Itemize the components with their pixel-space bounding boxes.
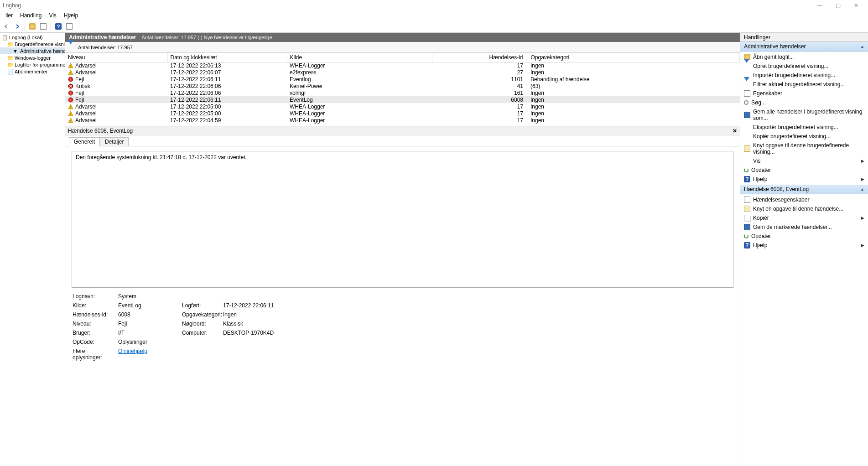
- properties-icon: [744, 197, 750, 203]
- close-button[interactable]: ✕: [847, 0, 865, 11]
- row-level: Fejl: [75, 90, 84, 96]
- prop-logname-v: System: [118, 293, 177, 300]
- action-copy-view-label: Kopiér brugerdefineret visning...: [753, 133, 831, 140]
- action-import-view-label: Importér brugerdefineret visning...: [753, 72, 835, 78]
- prop-source-v: EventLog: [118, 302, 177, 309]
- table-row[interactable]: !Fejl17-12-2022 22:06:11Eventlog1101Beha…: [65, 76, 740, 83]
- collapse-icon: ▲: [860, 44, 864, 49]
- action-event-props[interactable]: Hændelsesegenskaber: [740, 195, 868, 204]
- save-icon: [744, 112, 750, 118]
- menu-filer[interactable]: iler: [2, 11, 16, 20]
- table-row[interactable]: Kritisk17-12-2022 22:06:06Kernel-Power41…: [65, 83, 740, 89]
- table-row[interactable]: !Advarsel17-12-2022 22:06:07e2fexpress27…: [65, 69, 740, 76]
- online-help-link[interactable]: Onlinehjælp: [118, 348, 147, 354]
- titlebar: Logbog — ▢ ✕: [0, 0, 868, 11]
- action-group-2[interactable]: Hændelse 6008, EventLog ▲: [740, 185, 868, 194]
- action-filter-view[interactable]: Filtrer aktuel brugerdefineret visning..…: [740, 80, 868, 89]
- nav-back-button[interactable]: [2, 22, 11, 31]
- action-help-2[interactable]: ?Hjælp▶: [740, 241, 868, 250]
- row-level: Advarsel: [75, 117, 97, 124]
- prop-computer-v: DESKTOP-1970K4D: [223, 330, 291, 336]
- action-group-1-label: Administrative hændelser: [744, 43, 806, 50]
- tree-subs[interactable]: 📄Abonnementer: [0, 68, 65, 75]
- action-group-1[interactable]: Administrative hændelser ▲: [740, 42, 868, 52]
- table-row[interactable]: !Advarsel17-12-2022 22:04:59WHEA-Logger1…: [65, 117, 740, 124]
- tree-app-logs[interactable]: 📁Logfiler for programmer og t: [0, 61, 65, 68]
- event-grid-wrap[interactable]: Niveau Dato og klokkeslæt Kilde Hændelse…: [65, 53, 740, 126]
- col-datetime[interactable]: Dato og klokkeslæt: [167, 53, 287, 62]
- table-row[interactable]: !Advarsel17-12-2022 22:06:13WHEA-Logger1…: [65, 62, 740, 69]
- action-copy[interactable]: Kopiér▶: [740, 213, 868, 223]
- row-task: Behandling af hændelse: [528, 76, 740, 83]
- table-row[interactable]: !Fejl17-12-2022 22:06:11EventLog6008Inge…: [65, 96, 740, 103]
- action-properties[interactable]: Egenskaber: [740, 89, 868, 98]
- col-source[interactable]: Kilde: [287, 53, 432, 62]
- chevron-right-icon: ▶: [861, 177, 864, 181]
- window-title: Logbog: [3, 2, 21, 9]
- action-help[interactable]: ?Hjælp▶: [740, 175, 868, 184]
- task-icon: [744, 206, 750, 212]
- action-save-selected[interactable]: Gem de markerede hændelser...: [740, 223, 868, 232]
- tree-custom-views[interactable]: 📁Brugerdefinerede visninger: [0, 41, 65, 47]
- table-row[interactable]: !Advarsel17-12-2022 22:05:00WHEA-Logger1…: [65, 103, 740, 110]
- action-export-view[interactable]: Eksportér brugerdefineret visning...: [740, 123, 868, 132]
- action-attach-task-view[interactable]: Knyt opgave til denne brugerdefinerede v…: [740, 141, 868, 156]
- detail-close-button[interactable]: ✕: [733, 128, 737, 134]
- row-eventid: 6008: [432, 96, 528, 103]
- action-find[interactable]: Søg...: [740, 98, 868, 107]
- folder-icon: 📁: [7, 55, 13, 61]
- row-source: WHEA-Logger: [287, 103, 432, 110]
- warning-icon: !: [68, 111, 73, 116]
- prop-user-k: Bruger:: [73, 330, 114, 336]
- toolbar-btn-1[interactable]: [28, 22, 37, 31]
- grid-header-row: Niveau Dato og klokkeslæt Kilde Hændelse…: [65, 53, 740, 62]
- col-level[interactable]: Niveau: [65, 53, 167, 62]
- toolbar-btn-2[interactable]: [39, 22, 48, 31]
- col-task[interactable]: Opgavekategori: [528, 53, 740, 62]
- action-copy-view[interactable]: Kopiér brugerdefineret visning...: [740, 132, 868, 141]
- prop-user-v: I/T: [118, 330, 177, 336]
- action-create-view[interactable]: Opret brugerdefineret visning...: [740, 62, 868, 71]
- view-icon: [744, 158, 750, 164]
- action-refresh[interactable]: Opdater: [740, 166, 868, 175]
- prop-source-k: Kilde:: [73, 302, 114, 309]
- event-description: Den foregående systemlukning kl. 21:47:1…: [72, 151, 733, 288]
- action-group-2-label: Hændelse 6008, EventLog: [744, 186, 809, 192]
- filter-bar: Antal hændelser: 17.957: [65, 42, 740, 53]
- tree-admin-events[interactable]: ▼Administrative hændelser: [0, 47, 65, 54]
- row-task: Ingen: [528, 89, 740, 96]
- row-datetime: 17-12-2022 22:06:06: [167, 83, 287, 89]
- table-row[interactable]: !Advarsel17-12-2022 22:05:00WHEA-Logger1…: [65, 110, 740, 117]
- table-row[interactable]: !Fejl17-12-2022 22:06:06volmgr161Ingen: [65, 89, 740, 96]
- action-import-view[interactable]: Importér brugerdefineret visning...: [740, 71, 868, 80]
- action-attach-task-event[interactable]: Knyt en opgave til denne hændelse...: [740, 204, 868, 213]
- row-source: Eventlog: [287, 76, 432, 83]
- row-source: WHEA-Logger: [287, 117, 432, 124]
- minimize-button[interactable]: —: [811, 0, 829, 11]
- toolbar-btn-3[interactable]: [65, 22, 74, 31]
- tab-details[interactable]: Detaljer: [100, 137, 129, 146]
- row-source: WHEA-Logger: [287, 110, 432, 117]
- logbook-icon: 📋: [2, 35, 7, 40]
- tree-app-logs-label: Logfiler for programmer og t: [15, 62, 65, 67]
- action-open-log[interactable]: Åbn gemt logfil...: [740, 52, 868, 62]
- menu-vis[interactable]: Vis: [45, 11, 60, 20]
- action-save-all[interactable]: Gem alle hændelser i brugerdefineret vis…: [740, 107, 868, 123]
- copy-icon: [744, 133, 750, 140]
- col-eventid[interactable]: Hændelses-id: [432, 53, 528, 62]
- prop-logged-v: 17-12-2022 22:06:11: [223, 302, 291, 309]
- tree-windows-logs[interactable]: 📁Windows-logger: [0, 54, 65, 61]
- menu-handling[interactable]: Handling: [16, 11, 45, 20]
- row-eventid: 17: [432, 117, 528, 124]
- menu-help[interactable]: Hjælp: [60, 11, 82, 20]
- nav-fwd-button[interactable]: [13, 22, 22, 31]
- svg-text:!: !: [70, 112, 71, 116]
- action-view[interactable]: Vis▶: [740, 156, 868, 166]
- row-eventid: 1101: [432, 76, 528, 83]
- maximize-button[interactable]: ▢: [829, 0, 847, 11]
- tree-root[interactable]: 📋Logbog (Lokal): [0, 34, 65, 41]
- action-refresh-2[interactable]: Opdater: [740, 232, 868, 241]
- svg-text:!: !: [70, 64, 71, 68]
- tab-general[interactable]: Generelt: [69, 137, 100, 146]
- toolbar-help-button[interactable]: ?: [54, 22, 63, 31]
